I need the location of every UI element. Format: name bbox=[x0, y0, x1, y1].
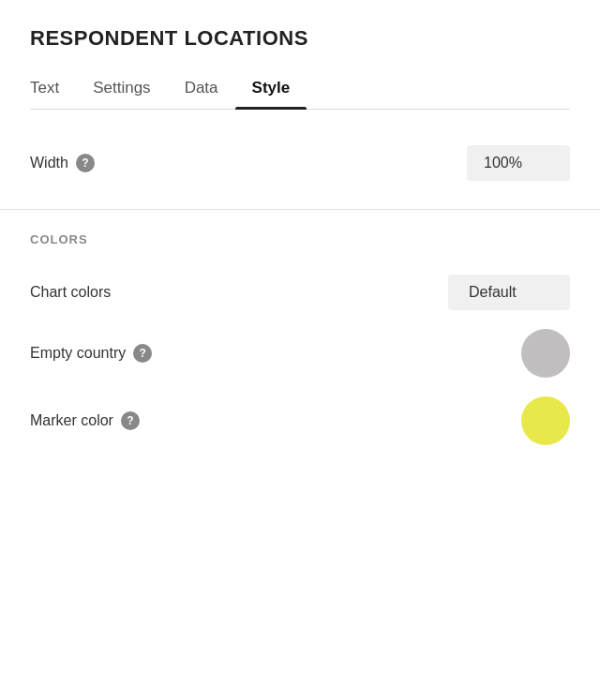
colors-heading: COLORS bbox=[30, 232, 570, 246]
tab-settings[interactable]: Settings bbox=[76, 71, 167, 109]
empty-country-help-icon[interactable]: ? bbox=[133, 344, 152, 363]
page-title: RESPONDENT LOCATIONS bbox=[30, 26, 570, 51]
marker-color-help-icon[interactable]: ? bbox=[121, 411, 140, 430]
width-row: Width ? 100% bbox=[30, 136, 570, 190]
empty-country-row: Empty country ? bbox=[30, 320, 570, 387]
chart-colors-label: Chart colors bbox=[30, 284, 111, 301]
page-container: RESPONDENT LOCATIONS Text Settings Data … bbox=[0, 0, 600, 454]
marker-color-label: Marker color ? bbox=[30, 411, 140, 430]
empty-country-swatch[interactable] bbox=[521, 329, 570, 378]
tabs-row: Text Settings Data Style bbox=[30, 71, 570, 110]
width-help-icon[interactable]: ? bbox=[76, 154, 95, 172]
chart-colors-label-text: Chart colors bbox=[30, 284, 111, 301]
marker-color-label-text: Marker color bbox=[30, 412, 113, 429]
tab-data[interactable]: Data bbox=[168, 71, 235, 109]
tab-style[interactable]: Style bbox=[235, 71, 308, 109]
marker-color-row: Marker color ? bbox=[30, 387, 570, 454]
width-section: Width ? 100% bbox=[30, 110, 570, 209]
chart-colors-dropdown[interactable]: Default bbox=[448, 275, 570, 310]
width-label: Width ? bbox=[30, 154, 95, 172]
tab-text[interactable]: Text bbox=[30, 71, 76, 109]
width-input[interactable]: 100% bbox=[467, 145, 570, 181]
chart-colors-row: Chart colors Default bbox=[30, 265, 570, 320]
marker-color-swatch[interactable] bbox=[521, 396, 570, 445]
empty-country-label-text: Empty country bbox=[30, 345, 126, 362]
colors-section: COLORS Chart colors Default Empty countr… bbox=[30, 210, 570, 454]
width-label-text: Width bbox=[30, 155, 68, 171]
empty-country-label: Empty country ? bbox=[30, 344, 152, 363]
